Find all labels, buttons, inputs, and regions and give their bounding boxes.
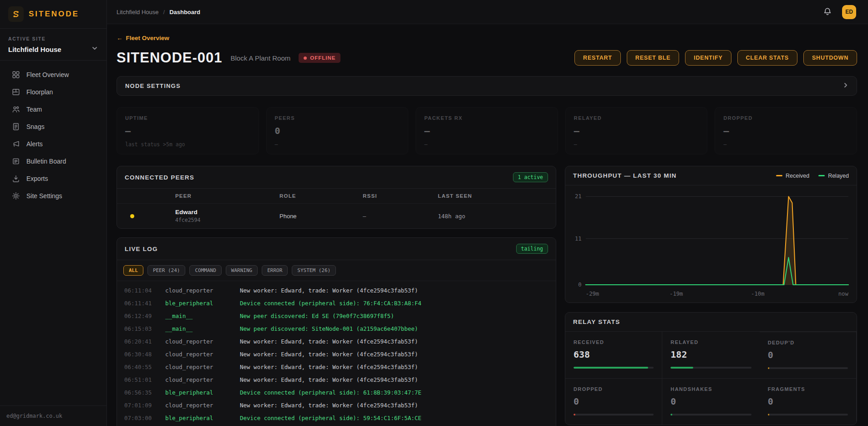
node-action-button[interactable]: RESET BLE — [627, 50, 679, 66]
node-action-button[interactable]: SHUTDOWN — [803, 50, 857, 66]
peers-table-body: Edward 4fce2594 Phone – 148h ago — [117, 204, 556, 228]
col-peer: PEER — [175, 193, 279, 199]
sidebar-item[interactable]: Alerts — [0, 135, 107, 153]
site-selector[interactable]: Litchfield House — [8, 45, 98, 54]
stat-label: PACKETS RX — [424, 115, 549, 121]
relay-stat-bar — [670, 367, 693, 369]
line-chart: 21110-29m-19m-10mnow — [566, 189, 854, 301]
sidebar-item-label: Site Settings — [26, 192, 62, 200]
col-last-seen: LAST SEEN — [438, 193, 556, 199]
legend-item: Relayed — [818, 173, 849, 179]
app-root: SITENODE ACTIVE SITE Litchfield House Fl… — [0, 0, 868, 426]
relay-stat-value: 0 — [670, 396, 751, 407]
relay-stat-cell: RELAYED 182 — [662, 332, 759, 378]
node-action-button[interactable]: CLEAR STATS — [737, 50, 797, 66]
active-site-label: ACTIVE SITE — [8, 36, 98, 41]
log-timestamp: 06:30:48 — [124, 351, 159, 358]
log-filter-pill[interactable]: SYSTEM (26) — [292, 265, 336, 276]
col-rssi: RSSI — [363, 193, 438, 199]
log-entry: 06:11:04 cloud_reporter New worker: Edwa… — [117, 284, 556, 297]
node-action-button[interactable]: RESTART — [574, 50, 621, 66]
node-settings-bar[interactable]: NODE SETTINGS — [117, 76, 857, 96]
left-column: CONNECTED PEERS 1 active PEER ROLE RSSI … — [117, 166, 556, 426]
log-filter-pill[interactable]: WARNING — [226, 265, 258, 276]
log-entry: 06:30:48 cloud_reporter New worker: Edwa… — [117, 348, 556, 360]
legend-label: Received — [786, 173, 809, 179]
log-message: Device connected (peripheral side): 59:5… — [240, 415, 548, 421]
stats-row: UPTIME — last status >5m ago PEERS 0 – P… — [117, 107, 857, 154]
legend-label: Relayed — [828, 173, 849, 179]
chevron-down-icon — [91, 45, 98, 54]
log-source: cloud_reporter — [165, 402, 233, 409]
sidebar-item[interactable]: Snags — [0, 118, 107, 135]
throughput-header: THROUGHPUT — LAST 30 MIN Received — [565, 166, 857, 185]
log-filter-pill[interactable]: ALL — [123, 265, 143, 276]
log-source: cloud_reporter — [165, 364, 233, 370]
log-entry: 06:20:41 cloud_reporter New worker: Edwa… — [117, 335, 556, 348]
log-filter-pill[interactable]: COMMAND — [189, 265, 221, 276]
stat-card: RELAYED — – — [565, 107, 708, 154]
stat-subtext: – — [275, 141, 400, 148]
log-entry: 06:12:49 __main__ New peer discovered: E… — [117, 309, 556, 322]
log-timestamp: 06:20:41 — [124, 338, 159, 345]
peer-last-seen: 148h ago — [438, 213, 556, 220]
relay-stat-value: 0 — [768, 396, 848, 407]
table-row[interactable]: Edward 4fce2594 Phone – 148h ago — [117, 204, 556, 228]
log-source: cloud_reporter — [165, 287, 233, 294]
node-action-button[interactable]: IDENTIFY — [685, 50, 731, 66]
sidebar-item-label: Exports — [26, 175, 48, 182]
back-link[interactable]: ← Fleet Overview — [117, 35, 169, 41]
sidebar-item[interactable]: Team — [0, 101, 107, 118]
node-settings-label: NODE SETTINGS — [125, 82, 181, 89]
log-source: __main__ — [165, 325, 233, 332]
relay-stat-bar — [574, 367, 648, 369]
relay-stat-cell: DROPPED 0 — [565, 378, 662, 425]
stat-card: PACKETS RX — – — [416, 107, 558, 154]
log-filter-pill[interactable]: ERROR — [262, 265, 288, 276]
log-message: Device connected (peripheral side): 61:8… — [240, 389, 548, 396]
log-source: ble_peripheral — [165, 389, 233, 396]
breadcrumb-parent[interactable]: Litchfield House — [117, 9, 159, 15]
svg-text:now: now — [838, 291, 849, 297]
node-actions: RESTART RESET BLE IDENTIFY CLEAR STATS S… — [574, 50, 857, 66]
title-group: SITENODE-001 Block A Plant Room OFFLINE — [117, 50, 340, 66]
avatar[interactable]: ED — [842, 5, 856, 19]
tailing-badge: tailing — [516, 244, 548, 254]
stat-subtext: last status >5m ago — [125, 141, 250, 148]
active-site-block: ACTIVE SITE Litchfield House — [0, 29, 107, 61]
stat-subtext: – — [574, 141, 699, 148]
page-subtitle: Block A Plant Room — [231, 54, 291, 62]
topbar: Litchfield House / Dashboard ED — [107, 0, 868, 24]
log-filters: ALL PEER (24) COMMAND WARNING ERROR SYST… — [117, 260, 556, 281]
back-arrow-icon: ← — [117, 35, 123, 41]
relay-stat-cell: HANDSHAKES 0 — [662, 378, 759, 425]
relay-stat-track — [574, 414, 654, 416]
throughput-panel: THROUGHPUT — LAST 30 MIN Received — [565, 166, 857, 303]
stat-value: — — [723, 125, 848, 136]
title-row: SITENODE-001 Block A Plant Room OFFLINE … — [117, 50, 857, 66]
svg-text:11: 11 — [575, 236, 582, 242]
throughput-title: THROUGHPUT — LAST 30 MIN — [573, 172, 677, 179]
sidebar-item[interactable]: Floorplan — [0, 83, 107, 101]
sidebar-item[interactable]: Site Settings — [0, 187, 107, 205]
peer-status-dot — [130, 214, 134, 218]
sidebar-item[interactable]: Bulletin Board — [0, 153, 107, 170]
sidebar-nav: Fleet Overview Floorplan Team Snags — [0, 61, 107, 405]
notifications-bell-icon[interactable] — [823, 7, 832, 16]
log-entry: 07:01:09 cloud_reporter New worker: Edwa… — [117, 399, 556, 411]
sidebar-item[interactable]: Fleet Overview — [0, 66, 107, 83]
main-area: Litchfield House / Dashboard ED ← Fleet … — [107, 0, 868, 426]
stat-card: DROPPED — – — [715, 107, 857, 154]
relay-stat-track — [574, 367, 654, 369]
sidebar-item[interactable]: Exports — [0, 170, 107, 187]
log-message: New worker: Edward, trade: Worker (4fce2… — [240, 364, 548, 370]
app-logo[interactable]: SITENODE — [0, 0, 107, 29]
log-entry: 06:40:55 cloud_reporter New worker: Edwa… — [117, 360, 556, 373]
log-entry: 06:56:35 ble_peripheral Device connected… — [117, 386, 556, 399]
log-message: New peer discovered: Ed SE (79e0f7c38697… — [240, 313, 548, 319]
back-label: Fleet Overview — [126, 35, 169, 41]
log-message: New worker: Edward, trade: Worker (4fce2… — [240, 338, 548, 345]
sidebar-item-label: Fleet Overview — [26, 71, 69, 78]
stat-value: 0 — [275, 125, 400, 136]
log-filter-pill[interactable]: PEER (24) — [147, 265, 186, 276]
